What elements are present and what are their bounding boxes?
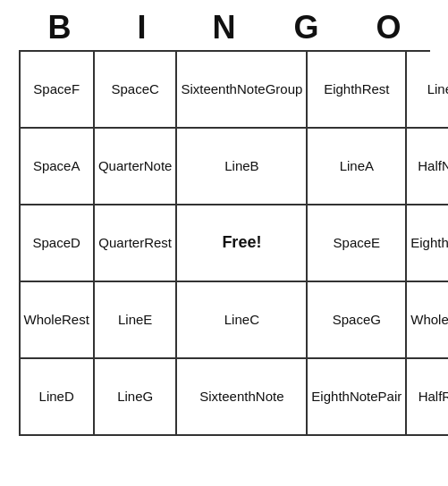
cell-text: Free!	[222, 233, 261, 253]
cell-text: Note	[256, 389, 284, 405]
cell-text: Line	[117, 389, 142, 405]
bingo-header: BINGO	[19, 9, 430, 46]
cell-text: Note	[237, 81, 266, 97]
bingo-cell: SixteenthNote	[177, 359, 308, 436]
bingo-cell: EighthNotePair	[308, 359, 407, 436]
cell-text: Rest	[144, 235, 172, 251]
bingo-cell: HalfRest	[407, 359, 448, 436]
cell-text: D	[71, 235, 80, 251]
bingo-cell: SpaceC	[95, 52, 178, 129]
bingo-cell: SpaceF	[21, 52, 95, 129]
cell-text: Space	[111, 81, 149, 97]
cell-text: G	[370, 312, 381, 328]
cell-text: Space	[32, 235, 71, 251]
cell-text: Note	[442, 158, 448, 174]
cell-text: C	[249, 312, 259, 328]
cell-text: Note	[144, 158, 173, 174]
bingo-cell: WholeRest	[21, 282, 95, 359]
cell-text: Space	[33, 158, 72, 174]
cell-text: E	[143, 312, 152, 328]
cell-text: G	[142, 389, 153, 405]
bingo-cell: SpaceE	[308, 205, 407, 282]
cell-text: Line	[224, 158, 249, 174]
cell-text: Line	[39, 389, 64, 405]
bingo-cell: LineD	[21, 359, 95, 436]
header-letter: O	[348, 9, 430, 46]
cell-text: E	[371, 235, 380, 251]
cell-text: Quarter	[98, 235, 144, 251]
cell-text: Eighth	[324, 81, 362, 97]
header-letter: B	[19, 9, 101, 46]
bingo-cell: WholeNote	[407, 282, 448, 359]
cell-text: B	[250, 158, 259, 174]
header-letter: N	[183, 9, 266, 46]
cell-text: Quarter	[98, 158, 144, 174]
cell-text: Rest	[62, 312, 89, 328]
cell-text: Eighth	[410, 235, 448, 251]
bingo-cell: SpaceA	[21, 129, 95, 205]
bingo-cell: SpaceG	[308, 282, 407, 359]
bingo-cell: LineG	[95, 359, 178, 436]
cell-text: Whole	[24, 312, 63, 328]
cell-text: Rest	[442, 389, 448, 405]
bingo-cell: LineE	[95, 282, 178, 359]
cell-text: Sixteenth	[181, 81, 237, 97]
cell-text: Line	[224, 312, 249, 328]
cell-text: D	[64, 389, 74, 405]
bingo-cell: SpaceD	[21, 205, 95, 282]
cell-text: Line	[340, 158, 365, 174]
cell-text: Space	[33, 81, 72, 97]
header-letter: I	[101, 9, 183, 46]
cell-text: Whole	[410, 312, 448, 328]
cell-text: A	[365, 158, 374, 174]
bingo-cell: LineC	[177, 282, 308, 359]
cell-text: Eighth	[311, 389, 350, 405]
cell-text: Group	[266, 81, 303, 97]
cell-text: Sixteenth	[199, 389, 256, 405]
cell-text: Line	[118, 312, 143, 328]
bingo-grid: SpaceFSpaceCSixteenthNoteGroupEighthRest…	[19, 50, 430, 436]
bingo-cell: EighthNote	[407, 205, 448, 282]
bingo-cell: LineB	[177, 129, 308, 205]
header-letter: G	[266, 9, 348, 46]
cell-text: Space	[333, 312, 371, 328]
bingo-cell: HalfNote	[407, 129, 448, 205]
cell-text: Space	[334, 235, 372, 251]
cell-text: Note	[350, 389, 378, 405]
cell-text: Pair	[378, 389, 402, 405]
cell-text: A	[71, 158, 80, 174]
cell-text: C	[149, 81, 159, 97]
bingo-cell: LineF	[407, 52, 448, 129]
cell-text: Half	[418, 389, 443, 405]
bingo-cell: QuarterRest	[95, 205, 178, 282]
bingo-cell: SixteenthNoteGroup	[177, 52, 308, 129]
cell-text: Half	[418, 158, 442, 174]
bingo-cell: Free!	[177, 205, 308, 282]
bingo-cell: LineA	[308, 129, 407, 205]
cell-text: Rest	[362, 81, 390, 97]
bingo-cell: QuarterNote	[95, 129, 178, 205]
cell-text: Line	[427, 81, 448, 97]
cell-text: F	[72, 81, 80, 97]
bingo-cell: EighthRest	[308, 52, 407, 129]
